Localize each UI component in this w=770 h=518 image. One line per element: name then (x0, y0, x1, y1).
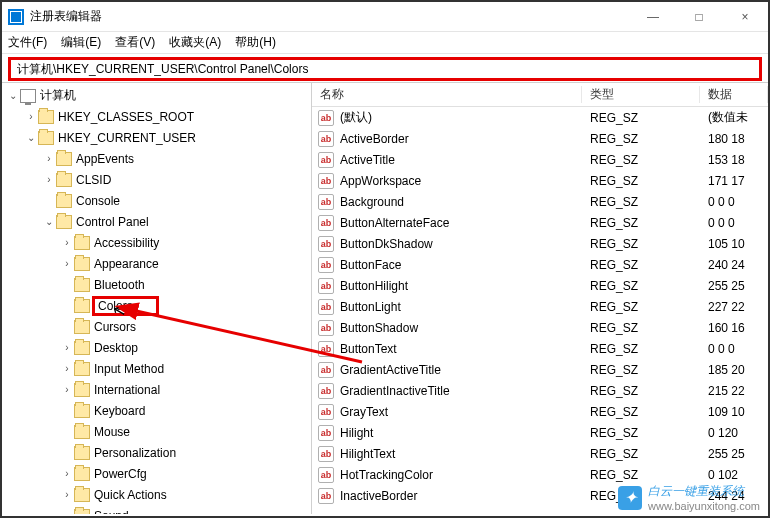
value-name: ButtonLight (340, 300, 401, 314)
list-row[interactable]: ab(默认)REG_SZ(数值未 (312, 107, 768, 128)
folder-icon (74, 404, 90, 418)
chevron-down-icon[interactable]: ⌄ (6, 90, 20, 101)
list-row[interactable]: abHilightREG_SZ0 120 (312, 422, 768, 443)
value-type: REG_SZ (582, 153, 700, 167)
list-row[interactable]: abInactiveBorderREG_SZ244 24 (312, 485, 768, 506)
tree-root[interactable]: ⌄ 计算机 (2, 85, 311, 106)
folder-icon (74, 383, 90, 397)
value-name: ActiveBorder (340, 132, 409, 146)
chevron-right-icon[interactable]: › (60, 489, 74, 500)
tree-international[interactable]: ›International (2, 379, 311, 400)
tree-clsid[interactable]: ›CLSID (2, 169, 311, 190)
chevron-right-icon[interactable]: › (60, 342, 74, 353)
tree-desktop[interactable]: ›Desktop (2, 337, 311, 358)
list-row[interactable]: abButtonTextREG_SZ0 0 0 (312, 338, 768, 359)
list-row[interactable]: abHilightTextREG_SZ255 25 (312, 443, 768, 464)
chevron-right-icon[interactable]: › (42, 153, 56, 164)
list-row[interactable]: abButtonHilightREG_SZ255 25 (312, 275, 768, 296)
folder-icon (74, 446, 90, 460)
tree-controlpanel[interactable]: ⌄Control Panel (2, 211, 311, 232)
value-type: REG_SZ (582, 384, 700, 398)
tree-mouse[interactable]: Mouse (2, 421, 311, 442)
tree-hkcu[interactable]: ⌄ HKEY_CURRENT_USER (2, 127, 311, 148)
tree-colors[interactable]: Colors (2, 295, 311, 316)
menu-edit[interactable]: 编辑(E) (61, 34, 101, 51)
chevron-right-icon[interactable]: › (60, 468, 74, 479)
value-data: (数值未 (700, 109, 768, 126)
list-row[interactable]: abActiveTitleREG_SZ153 18 (312, 149, 768, 170)
folder-icon (56, 194, 72, 208)
value-data: 0 120 (700, 426, 768, 440)
tree-hkcr[interactable]: › HKEY_CLASSES_ROOT (2, 106, 311, 127)
string-value-icon: ab (318, 215, 334, 231)
tree-cursors[interactable]: Cursors (2, 316, 311, 337)
chevron-right-icon[interactable]: › (24, 111, 38, 122)
string-value-icon: ab (318, 320, 334, 336)
menu-view[interactable]: 查看(V) (115, 34, 155, 51)
list-row[interactable]: abButtonAlternateFaceREG_SZ0 0 0 (312, 212, 768, 233)
string-value-icon: ab (318, 110, 334, 126)
tree-inputmethod[interactable]: ›Input Method (2, 358, 311, 379)
list-row[interactable]: abActiveBorderREG_SZ180 18 (312, 128, 768, 149)
folder-icon (38, 110, 54, 124)
value-data: 180 18 (700, 132, 768, 146)
list-row[interactable]: abAppWorkspaceREG_SZ171 17 (312, 170, 768, 191)
tree-appevents[interactable]: ›AppEvents (2, 148, 311, 169)
tree-personalization[interactable]: Personalization (2, 442, 311, 463)
tree-appearance[interactable]: ›Appearance (2, 253, 311, 274)
list-row[interactable]: abGradientActiveTitleREG_SZ185 20 (312, 359, 768, 380)
close-button[interactable]: × (722, 2, 768, 31)
value-type: REG_SZ (582, 489, 700, 503)
list-row[interactable]: abGradientInactiveTitleREG_SZ215 22 (312, 380, 768, 401)
tree-powercfg[interactable]: ›PowerCfg (2, 463, 311, 484)
tree-sound[interactable]: Sound (2, 505, 311, 514)
chevron-right-icon[interactable]: › (42, 174, 56, 185)
string-value-icon: ab (318, 467, 334, 483)
header-name[interactable]: 名称 (312, 86, 582, 103)
chevron-right-icon[interactable]: › (60, 237, 74, 248)
string-value-icon: ab (318, 131, 334, 147)
value-data: 244 24 (700, 489, 768, 503)
list-row[interactable]: abButtonDkShadowREG_SZ105 10 (312, 233, 768, 254)
menu-help[interactable]: 帮助(H) (235, 34, 276, 51)
tree-bluetooth[interactable]: Bluetooth (2, 274, 311, 295)
chevron-right-icon[interactable]: › (60, 384, 74, 395)
tree-keyboard[interactable]: Keyboard (2, 400, 311, 421)
minimize-button[interactable]: — (630, 2, 676, 31)
string-value-icon: ab (318, 341, 334, 357)
chevron-right-icon[interactable]: › (60, 258, 74, 269)
value-name: ButtonHilight (340, 279, 408, 293)
list-row[interactable]: abHotTrackingColorREG_SZ0 102 (312, 464, 768, 485)
menu-favorites[interactable]: 收藏夹(A) (169, 34, 221, 51)
value-data: 109 10 (700, 405, 768, 419)
chevron-right-icon[interactable]: › (60, 363, 74, 374)
tree-console[interactable]: Console (2, 190, 311, 211)
list-row[interactable]: abButtonLightREG_SZ227 22 (312, 296, 768, 317)
value-name: ButtonDkShadow (340, 237, 433, 251)
chevron-down-icon[interactable]: ⌄ (42, 216, 56, 227)
tree-quickactions[interactable]: ›Quick Actions (2, 484, 311, 505)
list-row[interactable]: abButtonFaceREG_SZ240 24 (312, 254, 768, 275)
titlebar: 注册表编辑器 — □ × (2, 2, 768, 32)
tree-accessibility[interactable]: ›Accessibility (2, 232, 311, 253)
value-type: REG_SZ (582, 321, 700, 335)
value-type: REG_SZ (582, 468, 700, 482)
string-value-icon: ab (318, 362, 334, 378)
value-name: ButtonShadow (340, 321, 418, 335)
values-pane[interactable]: 名称 类型 数据 ab(默认)REG_SZ(数值未abActiveBorderR… (312, 83, 768, 514)
header-type[interactable]: 类型 (582, 86, 700, 103)
menu-file[interactable]: 文件(F) (8, 34, 47, 51)
value-name: GrayText (340, 405, 388, 419)
value-type: REG_SZ (582, 363, 700, 377)
value-name: ButtonText (340, 342, 397, 356)
chevron-down-icon[interactable]: ⌄ (24, 132, 38, 143)
address-bar[interactable]: 计算机\HKEY_CURRENT_USER\Control Panel\Colo… (8, 57, 762, 81)
list-row[interactable]: abButtonShadowREG_SZ160 16 (312, 317, 768, 338)
header-data[interactable]: 数据 (700, 86, 768, 103)
maximize-button[interactable]: □ (676, 2, 722, 31)
folder-icon (74, 509, 90, 515)
tree-pane[interactable]: ⌄ 计算机 › HKEY_CLASSES_ROOT ⌄ HKEY_CURRENT… (2, 83, 312, 514)
list-row[interactable]: abGrayTextREG_SZ109 10 (312, 401, 768, 422)
list-row[interactable]: abBackgroundREG_SZ0 0 0 (312, 191, 768, 212)
value-type: REG_SZ (582, 237, 700, 251)
